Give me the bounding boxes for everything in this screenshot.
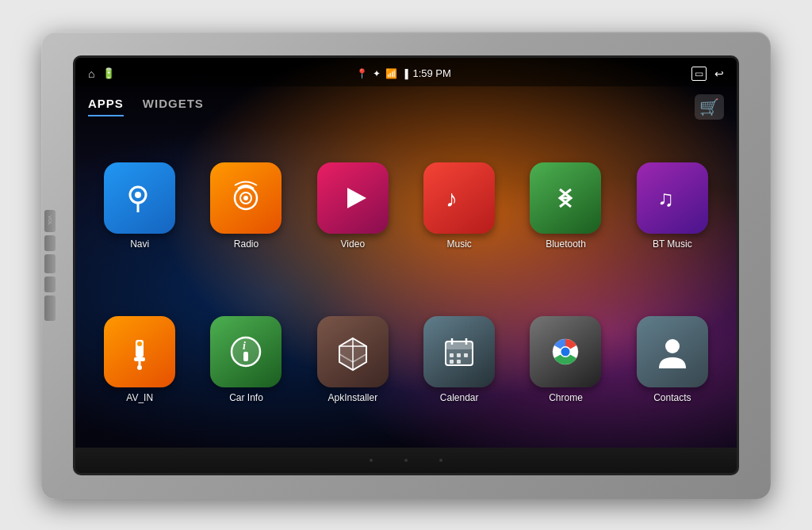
calendar-label: Calendar	[440, 392, 479, 403]
side-buttons: VOL	[41, 210, 56, 321]
svg-point-11	[137, 365, 142, 370]
avin-label: AV_IN	[126, 392, 153, 403]
app-navi[interactable]: Navi	[91, 134, 188, 278]
tab-group: APPS WIDGETS	[88, 97, 204, 116]
carinfo-icon: i	[210, 316, 282, 387]
status-left-icons: ⌂ 🔋	[88, 67, 115, 80]
app-bluetooth[interactable]: Bluetooth	[517, 134, 614, 278]
music-label: Music	[446, 238, 471, 250]
svg-rect-26	[464, 353, 468, 357]
chrome-label: Chrome	[549, 392, 583, 403]
bottom-dot-1	[370, 459, 373, 462]
svg-text:♫: ♫	[657, 186, 674, 211]
nav-tabs-bar: APPS WIDGETS 🛒	[75, 86, 737, 121]
navi-label: Navi	[130, 238, 149, 250]
apkinstaller-label: ApkInstaller	[327, 392, 377, 403]
app-video[interactable]: Video	[304, 134, 401, 278]
tab-apps[interactable]: APPS	[88, 97, 124, 116]
status-bar: ⌂ 🔋 📍 ✦ 📶 ▐ 1:59 PM	[75, 58, 737, 86]
device-frame: VOL ⌂ 🔋 📍 ✦	[41, 32, 771, 499]
svg-point-1	[135, 192, 141, 198]
app-btmusic[interactable]: ♫ BT Music	[624, 134, 721, 278]
svg-text:♪: ♪	[446, 185, 458, 212]
home-icon: ⌂	[88, 67, 94, 80]
signal-icon: ▐	[402, 69, 408, 78]
avin-icon	[104, 316, 175, 387]
svg-rect-24	[450, 353, 454, 357]
svg-rect-21	[446, 341, 473, 349]
svg-point-10	[137, 341, 142, 346]
recents-icon[interactable]: ▭	[691, 67, 707, 81]
calendar-icon	[423, 316, 495, 387]
vol-up-btn[interactable]: VOL	[44, 210, 56, 232]
app-chrome[interactable]: Chrome	[517, 288, 614, 432]
svg-rect-14	[243, 352, 248, 361]
store-icon[interactable]: 🛒	[695, 94, 724, 120]
device-bottom-bar	[75, 448, 737, 473]
status-right-icons: ▭ ↩	[691, 67, 724, 81]
svg-point-32	[665, 339, 680, 353]
apkinstaller-icon	[317, 316, 389, 387]
bluetooth-label: Bluetooth	[546, 238, 586, 250]
radio-label: Radio	[234, 238, 259, 250]
navi-icon	[104, 162, 175, 234]
radio-icon	[210, 162, 282, 234]
svg-rect-9	[134, 357, 145, 361]
power-btn[interactable]	[44, 235, 56, 251]
home-btn[interactable]	[44, 254, 56, 273]
bluetooth-status-icon: ✦	[373, 68, 381, 79]
bottom-dot-3	[439, 459, 442, 462]
svg-rect-25	[457, 353, 461, 357]
video-label: Video	[341, 238, 365, 250]
main-screen: ⌂ 🔋 📍 ✦ 📶 ▐ 1:59 PM	[75, 58, 737, 448]
svg-rect-28	[457, 360, 461, 364]
bottom-dot-2	[404, 459, 408, 462]
app-contacts[interactable]: Contacts	[624, 288, 721, 432]
svg-point-4	[243, 196, 248, 200]
status-center-icons: 📍 ✦ 📶 ▐ 1:59 PM	[356, 67, 451, 79]
svg-point-31	[561, 347, 570, 356]
contacts-label: Contacts	[653, 392, 691, 403]
back-btn[interactable]	[44, 276, 56, 292]
music-icon: ♪	[423, 162, 495, 234]
video-icon	[317, 162, 389, 234]
app-grid: Navi Radio	[75, 121, 737, 448]
btmusic-icon: ♫	[637, 162, 708, 234]
svg-rect-27	[450, 360, 454, 364]
status-time: 1:59 PM	[412, 67, 450, 79]
location-icon: 📍	[356, 68, 368, 79]
wifi-icon: 📶	[385, 68, 397, 79]
svg-text:i: i	[243, 340, 246, 352]
app-avin[interactable]: AV_IN	[91, 288, 188, 432]
vol-down-btn[interactable]	[44, 296, 56, 321]
app-music[interactable]: ♪ Music	[411, 134, 508, 278]
tab-widgets[interactable]: WIDGETS	[143, 97, 204, 116]
bluetooth-icon	[530, 162, 601, 234]
chrome-icon	[530, 316, 601, 387]
app-carinfo[interactable]: i Car Info	[197, 288, 294, 432]
app-apkinstaller[interactable]: ApkInstaller	[304, 288, 401, 432]
svg-marker-5	[347, 188, 366, 208]
back-nav-icon[interactable]: ↩	[714, 67, 724, 80]
screen-container: ⌂ 🔋 📍 ✦ 📶 ▐ 1:59 PM	[73, 55, 739, 475]
app-calendar[interactable]: Calendar	[411, 288, 508, 432]
app-radio[interactable]: Radio	[197, 134, 294, 278]
contacts-icon-box	[637, 316, 708, 387]
carinfo-label: Car Info	[229, 392, 263, 403]
battery-icon: 🔋	[102, 67, 115, 79]
btmusic-label: BT Music	[653, 238, 692, 250]
